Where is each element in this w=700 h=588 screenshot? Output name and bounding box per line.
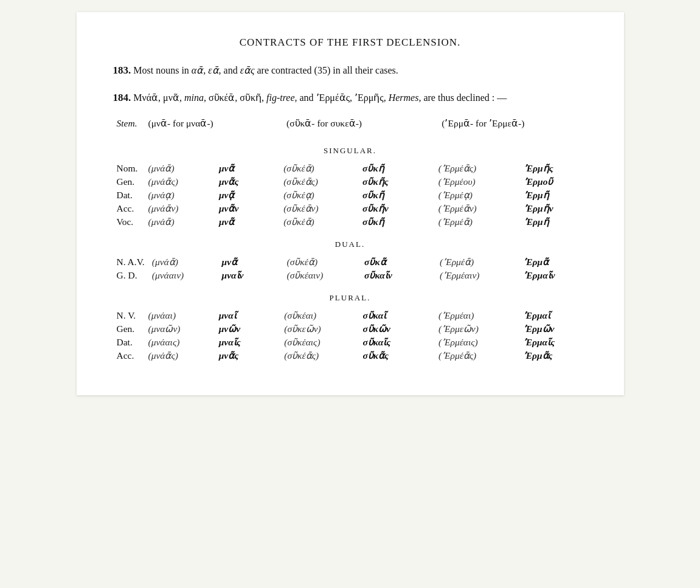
stem-table: Stem. (μνᾱ- for μναᾱ-) (σῦκᾱ- for συκεᾱ-… (113, 117, 587, 135)
paragraph-184: 184. Μνάᾱ, μνᾶ, mina, σῦκέᾱ, σῦκῆ, fig-t… (113, 89, 587, 106)
col3-paren: (ʼΕρμέᾳ) (435, 189, 520, 202)
col2-paren: (σῦκέᾱν) (280, 202, 359, 215)
col1-contracted: μνᾶς (215, 349, 281, 362)
col3-contracted: ʼΕρμῶν (519, 322, 587, 336)
table-row: Acc. (μνάᾱν) μνᾶν (σῦκέᾱν) σῦκῆν (ʼΕρμέᾱ… (113, 202, 587, 215)
col1-paren: (μνάᾱ) (145, 215, 215, 229)
table-row: Dat. (μνάᾳ) μνᾷ (σῦκέᾳ) σῦκῆ (ʼΕρμέᾳ) ʼΕ… (113, 189, 587, 202)
col3-paren: (ʼΕρμέαιν) (436, 269, 519, 282)
col3-contracted: ʼΕρμαῖς (519, 336, 587, 349)
col2-contracted: σῦκαῖς (359, 336, 435, 349)
col1-paren: (μνάᾱς) (145, 175, 215, 189)
table-row: G. D. (μνάαιν) μναῖν (σῦκέαιν) σῦκαῖν (ʼ… (113, 269, 587, 282)
col1-contracted: μνᾶ (215, 162, 280, 175)
col2-paren: (σῦκέᾱς) (280, 349, 359, 362)
col3-contracted: ʼΕρμῆν (520, 202, 587, 215)
case-label: Dat. (113, 336, 145, 349)
table-row: Nom. (μνάᾱ) μνᾶ (σῦκέᾱ) σῦκῆ (ʼΕρμέᾱς) ʼ… (113, 162, 587, 175)
case-label: Acc. (113, 202, 145, 215)
table-row: N. A.V. (μνάᾱ) μνᾶ (σῦκέᾱ) σῦκᾶ (ʼΕρμέᾱ)… (113, 255, 587, 269)
col1-contracted: μναῖς (215, 336, 281, 349)
case-label: N. A.V. (113, 255, 148, 269)
table-row: Gen. (μνάᾱς) μνᾶς (σῦκέᾱς) σῦκῆς (ʼΕρμέο… (113, 175, 587, 189)
dual-table: N. A.V. (μνάᾱ) μνᾶ (σῦκέᾱ) σῦκᾶ (ʼΕρμέᾱ)… (113, 255, 587, 282)
dual-label: DUAL. (113, 240, 587, 249)
col1-paren: (μνάᾱ) (148, 255, 218, 269)
stem-spacer1 (265, 117, 283, 135)
page: CONTRACTS OF THE FIRST DECLENSION. 183. … (77, 12, 624, 395)
col1-paren: (μνάαι) (145, 309, 215, 322)
plural-label: PLURAL. (113, 293, 587, 303)
case-label: Gen. (113, 175, 145, 189)
col2-contracted: σῦκῆ (359, 162, 435, 175)
case-label: Acc. (113, 349, 145, 362)
col3-contracted: ʼΕρμοῦ (520, 175, 587, 189)
col2-paren: (σῦκέᾱ) (280, 162, 359, 175)
stem-spacer2 (420, 117, 438, 135)
col1-paren: (μναῶν) (145, 322, 215, 336)
col3-contracted: ʼΕρμᾶ (519, 255, 587, 269)
col3-paren: (ʼΕρμέᾱ) (435, 215, 520, 229)
col1-contracted: μνᾷ (215, 189, 280, 202)
table-row: Gen. (μναῶν) μνῶν (σῦκεῶν) σῦκῶν (ʼΕρμεῶ… (113, 322, 587, 336)
page-title: CONTRACTS OF THE FIRST DECLENSION. (113, 36, 587, 49)
col1-paren: (μνάᾱς) (145, 349, 215, 362)
col2-paren: (σῦκέαις) (280, 336, 359, 349)
case-label: Gen. (113, 322, 145, 336)
col1-paren: (μνάᾳ) (145, 189, 215, 202)
col2-paren: (σῦκέαι) (280, 309, 359, 322)
para-184-text: Μνάᾱ, μνᾶ, mina, σῦκέᾱ, σῦκῆ, fig-tree, … (133, 92, 507, 103)
col1-contracted: μνᾶν (215, 202, 280, 215)
col1-contracted: μναῖ (215, 309, 281, 322)
col2-paren: (σῦκέᾱς) (280, 175, 359, 189)
case-label: Voc. (113, 215, 145, 229)
col3-paren: (ʼΕρμέᾱν) (435, 202, 520, 215)
col3-paren: (ʼΕρμέαι) (435, 309, 519, 322)
para-num-184: 184. (113, 92, 131, 103)
col3-paren: (ʼΕρμέᾱ) (436, 255, 519, 269)
singular-label: SINGULAR. (113, 146, 587, 156)
col1-contracted: μνᾶ (215, 215, 280, 229)
col1-contracted: μναῖν (218, 269, 283, 282)
col3-paren: (ʼΕρμέου) (435, 175, 520, 189)
col3-paren: (ʼΕρμέᾱς) (435, 162, 520, 175)
col3-contracted: ʼΕρμῆ (520, 215, 587, 229)
para-num-183: 183. (113, 64, 131, 76)
table-row: N. V. (μνάαι) μναῖ (σῦκέαι) σῦκαῖ (ʼΕρμέ… (113, 309, 587, 322)
paragraph-183: 183. Most nouns in αᾱ, εᾱ, and εᾱς are c… (113, 62, 587, 78)
plural-table: N. V. (μνάαι) μναῖ (σῦκέαι) σῦκαῖ (ʼΕρμέ… (113, 309, 587, 362)
table-row: Dat. (μνάαις) μναῖς (σῦκέαις) σῦκαῖς (ʼΕ… (113, 336, 587, 349)
para-183-text: Most nouns in αᾱ, εᾱ, and εᾱς are contra… (133, 65, 398, 75)
col2-contracted: σῦκῆ (359, 215, 435, 229)
col3-paren: (ʼΕρμεῶν) (435, 322, 519, 336)
col1-paren: (μνάᾱ) (145, 162, 215, 175)
col2-paren: (σῦκέαιν) (283, 269, 361, 282)
col2-contracted: σῦκαῖ (359, 309, 435, 322)
col3-paren: (ʼΕρμέᾱς) (435, 349, 519, 362)
col1-paren: (μνάαις) (145, 336, 215, 349)
col3-contracted: ʼΕρμαῖ (519, 309, 587, 322)
singular-table: Nom. (μνάᾱ) μνᾶ (σῦκέᾱ) σῦκῆ (ʼΕρμέᾱς) ʼ… (113, 162, 587, 229)
case-label: G. D. (113, 269, 148, 282)
col2-paren: (σῦκεῶν) (280, 322, 359, 336)
col2-contracted: σῦκαῖν (361, 269, 436, 282)
col1-contracted: μνᾶς (215, 175, 280, 189)
stem-col2: (σῦκᾱ- for συκεᾱ-) (283, 117, 420, 135)
col2-contracted: σῦκᾶς (359, 349, 435, 362)
col1-contracted: μνᾶ (218, 255, 283, 269)
col2-paren: (σῦκέᾱ) (280, 215, 359, 229)
stem-row: Stem. (μνᾱ- for μναᾱ-) (σῦκᾱ- for συκεᾱ-… (113, 117, 587, 135)
col2-contracted: σῦκῆς (359, 175, 435, 189)
case-label: N. V. (113, 309, 145, 322)
col2-contracted: σῦκᾶ (361, 255, 436, 269)
case-label: Nom. (113, 162, 145, 175)
col2-contracted: σῦκῆ (359, 189, 435, 202)
col3-paren: (ʼΕρμέαις) (435, 336, 519, 349)
col1-paren: (μνάᾱν) (145, 202, 215, 215)
stem-col3: (ʼΕρμᾱ- for ʼΕρμεᾱ-) (438, 117, 587, 135)
col3-contracted: ʼΕρμαῖν (519, 269, 587, 282)
col3-contracted: ʼΕρμῆ (520, 189, 587, 202)
col2-paren: (σῦκέᾳ) (280, 189, 359, 202)
col2-contracted: σῦκῆν (359, 202, 435, 215)
case-label: Dat. (113, 189, 145, 202)
